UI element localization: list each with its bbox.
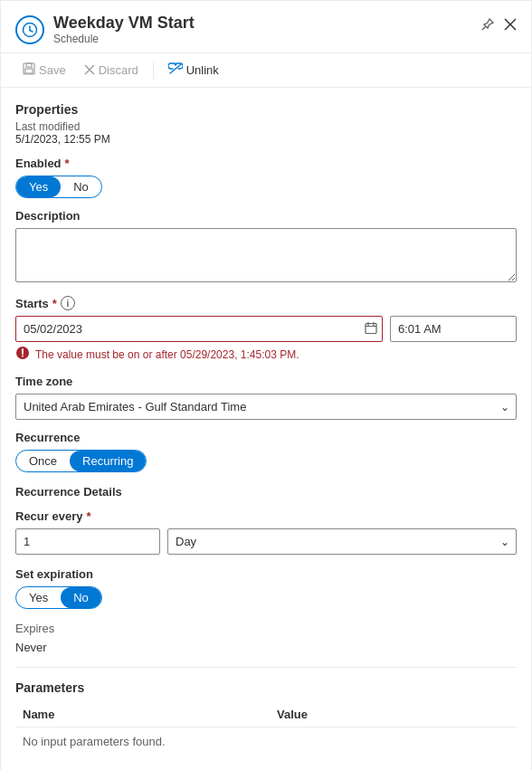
- recurrence-once-button[interactable]: Once: [16, 451, 70, 471]
- toolbar-separator: [153, 62, 154, 80]
- calendar-icon[interactable]: [365, 321, 377, 337]
- unlink-button[interactable]: Unlink: [161, 59, 226, 81]
- svg-line-3: [482, 27, 486, 31]
- recurrence-label: Recurrence: [15, 431, 517, 444]
- content: Properties Last modified 5/1/2023, 12:55…: [1, 88, 531, 770]
- date-input-wrap: [15, 316, 383, 342]
- panel: Weekday VM Start Schedule: [0, 0, 532, 770]
- enabled-label: Enabled *: [15, 157, 517, 170]
- discard-button[interactable]: Discard: [77, 60, 146, 81]
- starts-row: [15, 316, 517, 342]
- svg-point-18: [22, 356, 24, 357]
- expiration-no-button[interactable]: No: [61, 587, 101, 608]
- enabled-toggle[interactable]: Yes No: [15, 176, 102, 198]
- recurrence-toggle[interactable]: Once Recurring: [15, 450, 147, 472]
- header: Weekday VM Start Schedule: [1, 1, 531, 53]
- starts-error: The value must be on or after 05/29/2023…: [15, 346, 517, 364]
- unlink-icon: [168, 62, 183, 78]
- save-button[interactable]: Save: [15, 59, 73, 81]
- recurrence-recurring-button[interactable]: Recurring: [70, 451, 146, 471]
- recur-every-label: Recur every *: [15, 509, 517, 523]
- expires-label: Expires: [15, 622, 517, 635]
- params-header-row: Name Value: [15, 702, 517, 727]
- starts-required: *: [52, 297, 57, 310]
- params-empty-msg: No input parameters found.: [15, 727, 517, 756]
- recurrence-details-title: Recurrence Details: [15, 485, 517, 499]
- svg-rect-12: [366, 323, 376, 333]
- toolbar: Save Discard Unlink: [1, 53, 531, 88]
- parameters-table: Name Value No input parameters found.: [15, 702, 517, 756]
- save-label: Save: [39, 63, 66, 77]
- unlink-label: Unlink: [186, 63, 219, 77]
- recur-period-select-wrap: Day Week Month ⌄: [167, 528, 517, 555]
- expiration-yes-button[interactable]: Yes: [16, 587, 61, 608]
- svg-rect-8: [25, 69, 33, 73]
- recur-period-select[interactable]: Day Week Month: [167, 528, 517, 555]
- recur-every-input[interactable]: [15, 528, 160, 555]
- timezone-select-wrap: United Arab Emirates - Gulf Standard Tim…: [15, 394, 517, 420]
- starts-info-icon[interactable]: i: [61, 296, 75, 310]
- description-label: Description: [15, 209, 517, 223]
- discard-icon: [84, 63, 95, 78]
- close-icon[interactable]: [504, 18, 517, 34]
- expires-value: Never: [15, 641, 517, 654]
- set-expiration-label: Set expiration: [15, 567, 517, 581]
- header-left: Weekday VM Start Schedule: [15, 14, 195, 45]
- time-input[interactable]: [390, 316, 517, 342]
- page-title: Weekday VM Start: [53, 14, 195, 33]
- header-title-group: Weekday VM Start Schedule: [53, 14, 195, 45]
- enabled-yes-button[interactable]: Yes: [16, 176, 61, 197]
- params-empty-row: No input parameters found.: [15, 727, 517, 756]
- recur-row: Day Week Month ⌄: [15, 528, 517, 555]
- date-input[interactable]: [15, 316, 383, 342]
- header-actions: [480, 17, 517, 35]
- save-icon: [23, 62, 35, 78]
- enabled-required: *: [65, 157, 70, 170]
- enabled-no-button[interactable]: No: [61, 176, 101, 197]
- col-name-header: Name: [15, 702, 270, 727]
- error-text: The value must be on or after 05/29/2023…: [35, 348, 299, 361]
- timezone-select[interactable]: United Arab Emirates - Gulf Standard Tim…: [15, 394, 517, 420]
- last-modified-value: 5/1/2023, 12:55 PM: [15, 133, 517, 146]
- svg-rect-7: [26, 63, 32, 67]
- timezone-label: Time zone: [15, 375, 517, 388]
- error-icon: [15, 346, 30, 364]
- set-expiration-toggle[interactable]: Yes No: [15, 586, 102, 609]
- recur-every-required: *: [86, 509, 90, 523]
- properties-title: Properties: [15, 102, 517, 117]
- discard-label: Discard: [99, 63, 138, 77]
- divider: [15, 667, 517, 668]
- last-modified-label: Last modified: [15, 120, 517, 133]
- starts-label: Starts * i: [15, 296, 517, 310]
- page-subtitle: Schedule: [53, 33, 195, 45]
- svg-line-2: [30, 31, 33, 33]
- pin-icon[interactable]: [480, 17, 495, 35]
- parameters-title: Parameters: [15, 680, 517, 695]
- clock-icon: [15, 15, 44, 44]
- col-value-header: Value: [270, 702, 517, 727]
- description-input[interactable]: [15, 228, 517, 282]
